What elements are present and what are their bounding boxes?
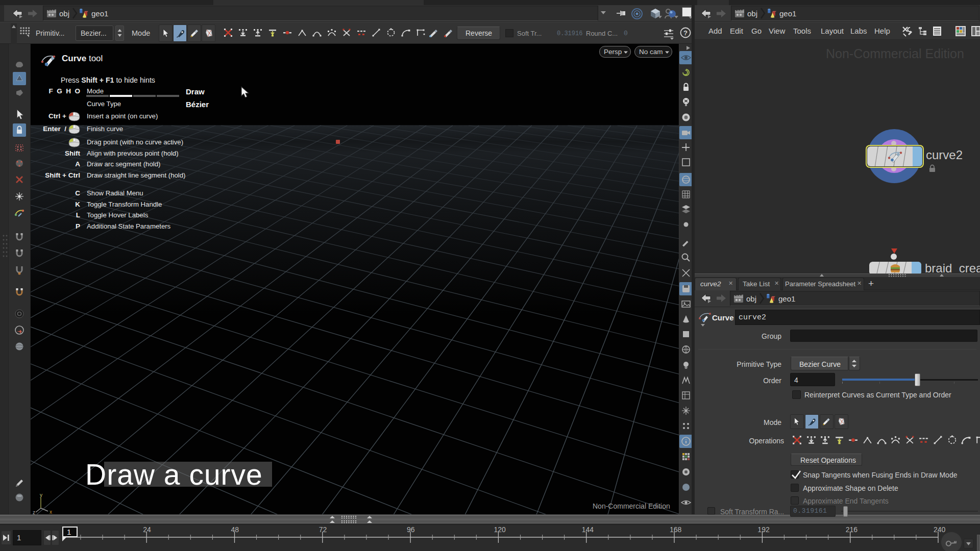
svg-text:y: y bbox=[40, 493, 42, 498]
svg-text:z: z bbox=[33, 510, 35, 514]
svg-text:?: ? bbox=[683, 29, 688, 37]
svg-text:x: x bbox=[50, 509, 52, 514]
